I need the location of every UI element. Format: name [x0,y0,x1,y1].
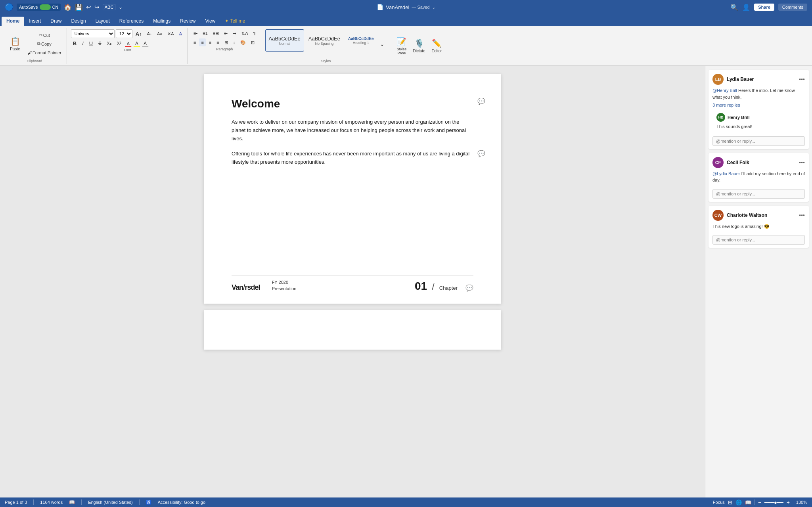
format-painter-button[interactable]: 🖌 Format Painter [25,49,63,57]
comment2-header: CF Cecil Folk ••• [712,157,805,168]
autosave-toggle[interactable] [40,4,51,10]
ribbon: 📋 Paste ✂ Cut ⧉ Copy 🖌 Format Painter Cl… [0,26,812,66]
comment2-mention: @Lydia Bauer [712,171,740,176]
bold-button[interactable]: B [71,39,79,47]
dictate-label: Dictate [413,49,425,53]
change-case-button[interactable]: Aa [155,30,164,38]
language: English (United States) [88,500,133,505]
increase-indent-button[interactable]: ⇥ [231,29,238,37]
status-divider-2 [81,499,82,505]
read-mode-icon[interactable]: 📖 [745,499,751,505]
align-left-button[interactable]: ≡ [192,38,198,46]
title-bar-left: 🔵 AutoSave ON 🏠 💾 ↩ ↪ ABC ⌄ [5,3,730,11]
zoom-out-button[interactable]: − [758,499,761,505]
bullets-button[interactable]: ≡• [192,29,199,37]
subscript-button[interactable]: X₂ [105,39,113,47]
comment3-body: This new logo is amazing! 😎 [712,223,805,230]
para2-comment-icon[interactable]: 💬 [477,150,485,157]
tab-layout[interactable]: Layout [91,17,115,26]
style-heading1-button[interactable]: AaBbCcDdEe Heading 1 [345,29,377,52]
redo-icon[interactable]: ↪ [94,4,100,11]
paste-icon: 📋 [10,36,20,46]
styles-dropdown-arrow[interactable]: ⌄ [378,40,387,48]
style-nospacing-button[interactable]: AaBbCcDdEe No Spacing [305,29,344,52]
tab-review[interactable]: Review [175,17,200,26]
borders-button[interactable]: ⊡ [249,38,257,46]
comment3-header: CW Charlotte Waltson ••• [712,210,805,221]
font-shrink-button[interactable]: A↓ [145,30,154,38]
tab-draw[interactable]: Draw [46,17,66,26]
save-icon[interactable]: 💾 [75,4,83,11]
paragraph-1: As we work to deliver on our company mis… [232,118,473,143]
cut-button[interactable]: ✂ Cut [25,31,63,39]
spelling-icon[interactable]: ABC [103,4,116,10]
word-count: 1164 words [40,500,63,505]
sort-button[interactable]: ⇅A [239,29,250,37]
comment2-more-icon[interactable]: ••• [799,159,805,166]
font-family-selector[interactable]: Univers [71,29,115,38]
print-layout-icon[interactable]: ⊞ [728,499,732,505]
tab-view[interactable]: View [201,17,220,26]
shading-button[interactable]: A [142,39,149,47]
numbering-button[interactable]: ≡1 [201,29,210,37]
footer-comment-icon[interactable]: 💬 [465,284,473,292]
text-effects-button[interactable]: A [177,30,184,38]
paste-button[interactable]: 📋 Paste [6,33,25,55]
web-layout-icon[interactable]: 🌐 [735,499,742,505]
editor-button[interactable]: ✏️ Editor [429,35,444,57]
page-content: Welcome 💬 As we work to deliver on our c… [232,98,473,288]
align-right-button[interactable]: ≡ [207,38,213,46]
user-icon[interactable]: 👤 [742,4,750,11]
zoom-slider[interactable]: ━━━●━━ [764,499,783,505]
accessibility-status: Accessibility: Good to go [158,500,205,505]
more-icon[interactable]: ⌄ [119,4,123,10]
tab-insert[interactable]: Insert [24,17,46,26]
search-icon[interactable]: 🔍 [730,4,738,11]
show-marks-button[interactable]: ¶ [251,29,258,37]
para-row1: ≡• ≡1 ≡⊞ ⇤ ⇥ ⇅A ¶ [192,29,258,37]
doc-dropdown-icon[interactable]: ⌄ [432,5,435,10]
clear-formatting-button[interactable]: ✕A [165,30,176,38]
font-grow-button[interactable]: A↑ [134,30,144,38]
comment1-more-icon[interactable]: ••• [799,76,805,82]
comment2-reply-input[interactable] [712,189,805,199]
ribbon-font-group: Univers 12 A↑ A↓ Aa ✕A A B I U S X₂ X² A… [68,28,188,64]
comment3-reply-input[interactable] [712,235,805,245]
tab-home[interactable]: Home [2,17,24,26]
word-logo-icon: 🔵 [5,3,13,11]
line-spacing-button[interactable]: ↕ [231,38,237,46]
shading2-button[interactable]: 🎨 [238,38,248,46]
font-color-button[interactable]: A [125,39,132,47]
tab-tell-me[interactable]: ✦ Tell me [220,17,250,26]
comments-button[interactable]: Comments [778,4,807,11]
tab-design[interactable]: Design [66,17,90,26]
zoom-in-button[interactable]: + [787,499,790,505]
tab-mailings[interactable]: Mailings [148,17,175,26]
align-center-button[interactable]: ≡ [199,38,205,46]
dictate-button[interactable]: 🎙️ Dictate [410,35,427,57]
decrease-indent-button[interactable]: ⇤ [222,29,230,37]
share-button[interactable]: Share [754,4,774,11]
focus-button[interactable]: Focus [713,500,725,505]
comment1-more-replies[interactable]: 3 more replies [712,103,805,107]
copy-button[interactable]: ⧉ Copy [25,40,63,48]
columns-button[interactable]: ⊞ [222,38,230,46]
zoom-level[interactable]: 130% [793,500,807,505]
undo-icon[interactable]: ↩ [86,4,91,11]
comment1-reply-input[interactable] [712,136,805,146]
style-normal-button[interactable]: AaBbCcDdEe Normal [265,29,304,52]
heading-comment-icon[interactable]: 💬 [477,98,485,105]
highlight-button[interactable]: A [133,39,140,47]
multilevel-button[interactable]: ≡⊞ [211,29,221,37]
styles-pane-button[interactable]: 📝 Styles Pane [394,35,409,57]
tab-references[interactable]: References [115,17,148,26]
superscript-button[interactable]: X² [115,39,123,47]
strikethrough-button[interactable]: S [96,39,103,47]
underline-button[interactable]: U [87,39,95,47]
font-size-selector[interactable]: 12 [116,29,132,38]
justify-button[interactable]: ≡ [214,38,221,46]
comment3-more-icon[interactable]: ••• [799,212,805,218]
italic-button[interactable]: I [80,39,86,47]
home-icon[interactable]: 🏠 [64,4,72,11]
ribbon-clipboard-group: 📋 Paste ✂ Cut ⧉ Copy 🖌 Format Painter Cl… [2,28,67,64]
